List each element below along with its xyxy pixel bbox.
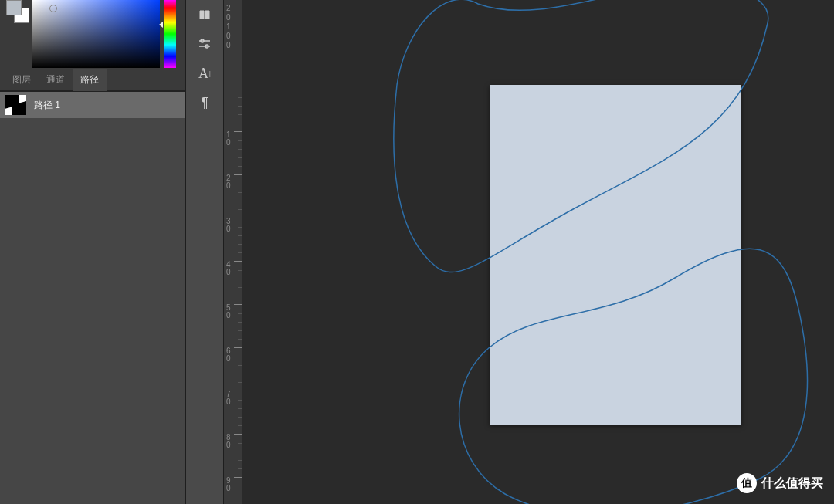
foreground-swatch[interactable] (6, 0, 22, 15)
path-item[interactable]: 路径 1 (0, 92, 185, 118)
watermark-badge-icon: 值 (737, 473, 757, 493)
path-thumbnail-icon (5, 95, 26, 115)
tab-layers[interactable]: 图层 (5, 69, 39, 91)
type-tool-icon[interactable]: A| (190, 59, 219, 88)
artboard[interactable] (490, 85, 741, 425)
path-item-label: 路径 1 (34, 99, 60, 112)
hue-slider[interactable] (164, 0, 176, 68)
paths-list[interactable]: 路径 1 (0, 91, 185, 504)
tool-strip: A| ¶ (185, 0, 224, 504)
canvas-area[interactable] (242, 0, 834, 504)
tab-channels[interactable]: 通道 (39, 69, 73, 91)
watermark: 值 什么值得买 (737, 473, 823, 493)
color-swatches[interactable] (6, 0, 31, 25)
color-picker[interactable] (0, 0, 185, 69)
left-panel: 图层 通道 路径 路径 1 (0, 0, 185, 504)
color-cursor[interactable] (49, 5, 57, 12)
tab-paths[interactable]: 路径 (73, 69, 107, 91)
paragraph-icon[interactable]: ¶ (190, 88, 219, 117)
vertical-ruler: 20100102030405060708090 (224, 0, 242, 504)
watermark-text: 什么值得买 (761, 475, 823, 492)
hue-pointer-icon (159, 22, 163, 28)
color-field[interactable] (32, 0, 160, 68)
adjustments-icon[interactable] (190, 29, 219, 59)
brush-presets-icon[interactable] (190, 0, 219, 29)
panel-tabs: 图层 通道 路径 (0, 69, 185, 91)
